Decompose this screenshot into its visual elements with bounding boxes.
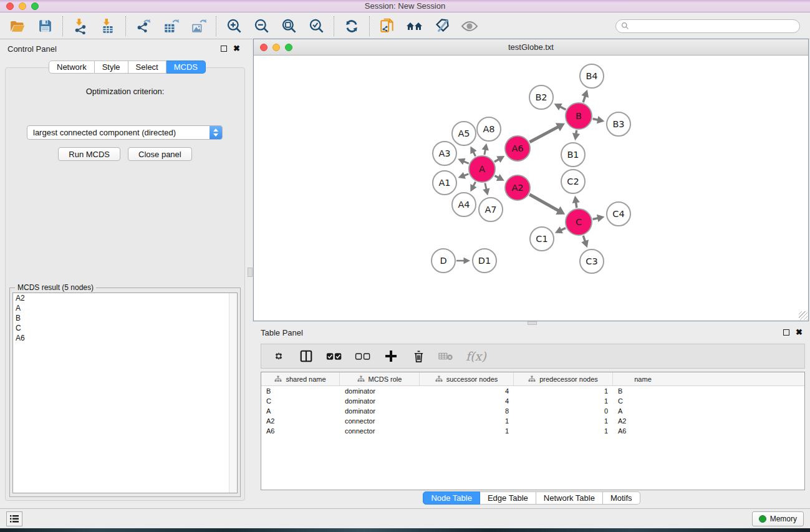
export-table-icon[interactable]: [162, 17, 180, 35]
search-input[interactable]: [632, 22, 794, 31]
tab-node-table[interactable]: Node Table: [423, 491, 480, 505]
table-row[interactable]: A6connector11A6: [261, 426, 804, 436]
node-label-A4: A4: [458, 200, 470, 210]
network-close-button[interactable]: [260, 44, 268, 51]
column-header-successor-nodes[interactable]: successor nodes: [420, 372, 514, 385]
export-network-icon[interactable]: [135, 17, 152, 35]
search-icon: [621, 22, 629, 30]
mcds-tab-content: Optimization criterion: largest connecte…: [5, 67, 245, 501]
run-mcds-button[interactable]: Run MCDS: [58, 147, 120, 161]
mcds-result-list[interactable]: A2ABCA6: [12, 293, 238, 493]
network-minimize-button[interactable]: [272, 44, 280, 51]
table-settings-gear-icon[interactable]: [271, 348, 286, 364]
node-label-C: C: [576, 217, 582, 227]
result-item[interactable]: A6: [13, 333, 237, 343]
column-header-predecessor-nodes[interactable]: predecessor nodes: [514, 372, 613, 385]
table-row[interactable]: Bdominator41B: [261, 386, 804, 396]
app-titlebar: Session: New Session: [0, 0, 810, 12]
vertical-splitter-grip[interactable]: [248, 268, 253, 277]
tab-network-table[interactable]: Network Table: [536, 491, 603, 505]
cell-name: C: [613, 397, 673, 405]
function-builder-icon: f(x): [466, 348, 486, 364]
cell-predecessor-nodes: 1: [514, 397, 613, 405]
tab-select[interactable]: Select: [128, 60, 166, 74]
column-header-name[interactable]: name: [613, 372, 673, 385]
result-item[interactable]: A2: [13, 293, 237, 303]
cell-successor-nodes: 4: [420, 387, 514, 395]
zoom-selected-icon[interactable]: [307, 17, 325, 35]
scrollbar-track[interactable]: [229, 293, 237, 493]
home-double-icon[interactable]: [406, 17, 423, 35]
resize-grip-icon[interactable]: [799, 311, 808, 320]
optimization-criterion-label: Optimization criterion:: [6, 87, 244, 96]
new-network-from-selection-icon[interactable]: [378, 17, 396, 35]
open-session-icon[interactable]: [9, 17, 26, 35]
hide-labels-icon[interactable]: [433, 17, 451, 35]
result-item[interactable]: B: [13, 313, 237, 323]
save-session-icon[interactable]: [36, 17, 54, 35]
table-body[interactable]: Bdominator41BCdominator41CAdominator80AA…: [261, 386, 804, 436]
node-label-A2: A2: [511, 183, 523, 193]
export-image-icon[interactable]: [190, 17, 207, 35]
criterion-dropdown[interactable]: largest connected component (directed): [27, 125, 223, 140]
import-table-icon[interactable]: [99, 17, 117, 35]
edge-A2-C[interactable]: [529, 195, 559, 211]
table-panel: Table Panel ✖ f(x) shared: [253, 324, 810, 508]
result-item[interactable]: C: [13, 323, 237, 333]
close-table-panel-icon[interactable]: ✖: [796, 329, 803, 336]
zoom-fit-icon[interactable]: [280, 17, 297, 35]
close-panel-icon[interactable]: ✖: [233, 46, 240, 52]
column-header-shared-name[interactable]: shared name: [261, 372, 340, 385]
float-table-panel-icon[interactable]: [783, 329, 789, 336]
table-row[interactable]: A2connector11A2: [261, 416, 804, 426]
tab-style[interactable]: Style: [95, 60, 128, 74]
close-panel-button[interactable]: Close panel: [128, 147, 192, 161]
cell-name: A: [613, 407, 673, 415]
cell-shared-name: B: [261, 387, 340, 395]
network-zoom-button[interactable]: [285, 44, 292, 51]
memory-label: Memory: [770, 515, 797, 523]
node-label-A8: A8: [483, 124, 494, 134]
minimize-window-button[interactable]: [19, 2, 26, 10]
node-label-A6: A6: [511, 143, 523, 153]
unselect-all-columns-icon[interactable]: [355, 348, 371, 364]
mcds-result-group: MCDS result (5 nodes) A2ABCA6: [9, 288, 241, 497]
column-header-mcds-role[interactable]: MCDS role: [340, 372, 420, 385]
delete-table-icon: [438, 348, 453, 364]
status-bar: Memory: [0, 508, 810, 528]
network-graph[interactable]: AA1A2A3A4A5A6A7A8BB1B2B3B4CC1C2C3C4DD1: [254, 56, 808, 321]
table-row[interactable]: Adominator80A: [261, 406, 804, 416]
import-network-icon[interactable]: [72, 17, 89, 35]
edge-A6-B[interactable]: [529, 127, 559, 142]
tab-network[interactable]: Network: [49, 60, 95, 74]
close-window-button[interactable]: [6, 2, 14, 10]
tab-motifs[interactable]: Motifs: [603, 491, 640, 505]
hierarchy-icon: [528, 375, 536, 382]
task-history-list-icon[interactable]: [6, 511, 22, 526]
refresh-view-icon[interactable]: [343, 17, 360, 35]
search-field[interactable]: [615, 19, 800, 33]
control-panel: Control Panel ✖ NetworkStyleSelectMCDS O…: [0, 40, 248, 508]
node-label-B1: B1: [567, 150, 579, 160]
main-toolbar: [0, 13, 810, 39]
select-all-columns-icon[interactable]: [326, 348, 342, 364]
cell-shared-name: A6: [261, 427, 340, 435]
float-panel-icon[interactable]: [221, 46, 227, 52]
memory-button[interactable]: Memory: [752, 511, 804, 526]
network-window-titlebar[interactable]: testGlobe.txt: [254, 39, 808, 56]
tab-mcds[interactable]: MCDS: [166, 60, 206, 74]
node-label-A7: A7: [485, 205, 496, 215]
create-column-plus-icon[interactable]: [383, 348, 398, 364]
zoom-out-icon[interactable]: [253, 17, 270, 35]
zoom-in-icon[interactable]: [225, 17, 243, 35]
network-canvas[interactable]: AA1A2A3A4A5A6A7A8BB1B2B3B4CC1C2C3C4DD1: [254, 56, 808, 321]
table-row[interactable]: Cdominator41C: [261, 396, 804, 406]
result-item[interactable]: A: [13, 303, 237, 313]
arrowhead-icon: [597, 116, 604, 123]
tab-edge-table[interactable]: Edge Table: [480, 491, 536, 505]
show-graphics-details-icon[interactable]: [461, 17, 478, 35]
cell-predecessor-nodes: 1: [514, 427, 613, 435]
show-column-pane-icon[interactable]: [299, 348, 314, 364]
delete-column-trash-icon[interactable]: [411, 348, 426, 364]
zoom-window-button[interactable]: [31, 2, 39, 10]
